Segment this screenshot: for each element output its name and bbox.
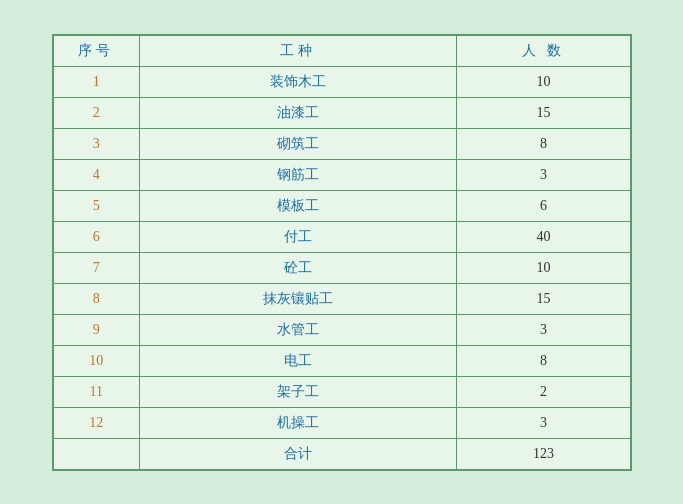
table-row: 6付工40 [53,221,630,252]
cell-type: 架子工 [140,376,457,407]
cell-count: 10 [457,252,630,283]
cell-seq: 6 [53,221,140,252]
cell-type: 水管工 [140,314,457,345]
header-count: 人 数 [457,35,630,66]
cell-type: 油漆工 [140,97,457,128]
cell-count: 3 [457,159,630,190]
cell-seq: 1 [53,66,140,97]
cell-type: 电工 [140,345,457,376]
table-footer-row: 合计123 [53,438,630,469]
table-row: 8抹灰镶贴工15 [53,283,630,314]
footer-total: 123 [457,438,630,469]
footer-label: 合计 [140,438,457,469]
cell-seq: 12 [53,407,140,438]
table-row: 12机操工3 [53,407,630,438]
cell-type: 机操工 [140,407,457,438]
cell-type: 钢筋工 [140,159,457,190]
table-row: 2油漆工15 [53,97,630,128]
cell-count: 3 [457,314,630,345]
cell-seq: 2 [53,97,140,128]
cell-seq: 7 [53,252,140,283]
cell-seq: 11 [53,376,140,407]
table-row: 3砌筑工8 [53,128,630,159]
table-row: 9水管工3 [53,314,630,345]
table-row: 4钢筋工3 [53,159,630,190]
table-row: 5模板工6 [53,190,630,221]
table-row: 10电工8 [53,345,630,376]
worker-table: 序号 工种 人 数 1装饰木工102油漆工153砌筑工84钢筋工35模板工66付… [53,35,631,470]
cell-type: 抹灰镶贴工 [140,283,457,314]
cell-count: 2 [457,376,630,407]
cell-count: 15 [457,283,630,314]
cell-seq: 4 [53,159,140,190]
cell-count: 10 [457,66,630,97]
cell-type: 砼工 [140,252,457,283]
cell-seq: 8 [53,283,140,314]
cell-count: 8 [457,345,630,376]
cell-count: 8 [457,128,630,159]
table-row: 1装饰木工10 [53,66,630,97]
cell-count: 6 [457,190,630,221]
cell-seq: 5 [53,190,140,221]
cell-seq: 9 [53,314,140,345]
table-container: 序号 工种 人 数 1装饰木工102油漆工153砌筑工84钢筋工35模板工66付… [52,34,632,471]
cell-type: 装饰木工 [140,66,457,97]
cell-type: 砌筑工 [140,128,457,159]
header-seq: 序号 [53,35,140,66]
header-type: 工种 [140,35,457,66]
cell-seq: 10 [53,345,140,376]
cell-seq: 3 [53,128,140,159]
table-row: 11架子工2 [53,376,630,407]
cell-type: 模板工 [140,190,457,221]
cell-count: 40 [457,221,630,252]
cell-type: 付工 [140,221,457,252]
table-header-row: 序号 工种 人 数 [53,35,630,66]
footer-empty [53,438,140,469]
cell-count: 3 [457,407,630,438]
table-row: 7砼工10 [53,252,630,283]
cell-count: 15 [457,97,630,128]
